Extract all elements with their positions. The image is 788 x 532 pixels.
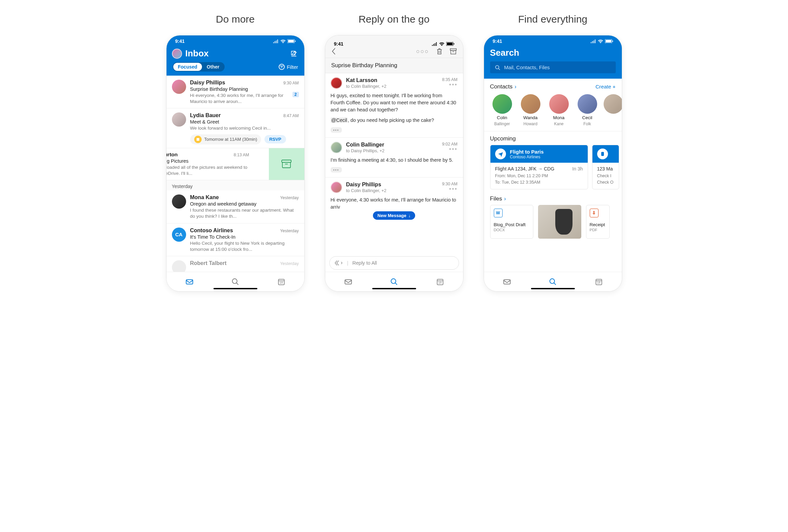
flight-route: Flight AA 1234, JFK → CDG [495,166,555,171]
phone-frame-1: 9:41 Inbox Focused Other [166,35,305,292]
calendar-tab-icon[interactable]: 18 [594,278,603,286]
message-row-swiped[interactable]: ste Burton 8:13 AM Bonding Pictures cil,… [166,148,304,180]
expand-quoted-icon[interactable]: ••• [331,167,342,172]
search-tab-icon[interactable] [231,278,240,286]
status-time: 9:41 [175,39,185,44]
search-title: Search [490,47,616,58]
image-file-card[interactable] [538,205,581,239]
battery-icon [288,39,296,43]
wifi-icon [280,40,286,43]
hotel-checkout: Check O [597,179,614,186]
contact-last: Kane [554,122,564,126]
flight-to: To: Tue, Dec 12 3:35AM [495,179,583,186]
file-ext: DOCX [494,228,530,232]
svg-line-27 [498,68,500,70]
contact-item[interactable]: Cecil Folk [575,94,599,126]
reply-bar[interactable]: | Reply to All [329,256,459,270]
contact-item[interactable]: Wanda Howard [518,94,543,126]
archive-icon[interactable] [450,48,457,55]
reply-all-icon[interactable] [334,260,343,266]
calendar-date: 18 [594,281,603,284]
expand-quoted-icon[interactable]: ••• [331,127,342,133]
card-title: 123 Ma [597,166,613,171]
contact-item[interactable]: Colin Ballinger [490,94,514,126]
search-placeholder: Mail, Contacts, Files [504,64,550,70]
thread-subject: Suprise Birthday Planning [325,58,463,73]
thread-message[interactable]: Kat Larsson to Colin Ballinger, +2 8:35 … [325,73,463,138]
upcoming-card-hotel[interactable]: 123 Ma Check I Check O [592,145,619,189]
calendar-tab-icon[interactable]: 18 [436,278,445,286]
message-preview: Hi everyone, 4:30 works for me, I'll arr… [190,93,299,105]
contacts-section-link[interactable]: Contacts › [490,83,516,90]
search-tab-icon[interactable] [549,278,557,286]
svg-rect-7 [186,280,193,284]
create-contact-button[interactable]: Create + [595,84,616,90]
account-avatar[interactable] [172,48,182,59]
svg-rect-1 [288,40,294,43]
thread-message[interactable]: Colin Ballinger to Daisy Phillips, +2 9:… [325,138,463,178]
filter-button[interactable]: Filter [279,64,298,70]
file-card[interactable]: W Blog_Post Draft DOCX [490,205,533,239]
upcoming-label: Upcoming [484,131,622,145]
trash-icon[interactable] [436,47,443,55]
message-list[interactable]: Daisy Phillips 9:30 AM Surprise Birthday… [166,76,304,272]
sender-avatar [172,195,186,209]
svg-point-26 [495,65,499,69]
message-more-icon[interactable]: ••• [442,81,458,88]
contact-item[interactable]: Mona Kane [547,94,571,126]
mail-tab-icon[interactable] [185,278,194,286]
more-icon[interactable]: ○○○ [416,48,429,55]
tab-other[interactable]: Other [202,63,224,71]
word-file-icon: W [494,209,503,218]
file-card[interactable]: ⇩ Receipt PDF [586,205,610,239]
mail-tab-icon[interactable] [503,278,511,286]
rsvp-button[interactable]: RSVP [264,135,286,143]
reply-placeholder: Reply to All [352,260,377,266]
signal-icon [432,42,437,46]
calendar-dot-icon [194,136,202,143]
back-icon[interactable] [331,47,336,55]
message-row[interactable]: Lydia Bauer 8:47 AM Meet & Greet We look… [166,108,304,148]
message-time: Yesterday [280,228,299,233]
panel-title-3: Find everything [518,14,587,25]
message-row[interactable]: Daisy Phillips 9:30 AM Surprise Birthday… [166,76,304,108]
to-line: to Colin Ballinger, +2 [346,188,438,193]
tab-bar: 18 [325,272,463,291]
sender-name: Colin Ballinger [346,142,438,148]
status-icons [273,39,296,43]
svg-rect-16 [451,50,456,54]
compose-icon[interactable] [290,50,298,57]
avatar-initials: CA [175,231,183,237]
upcoming-card-flight[interactable]: Flight to Paris Contoso Airlines Flight … [490,145,588,189]
message-more-icon[interactable]: ••• [442,186,458,193]
search-tab-icon[interactable] [390,278,398,286]
contact-last: Howard [524,122,537,126]
svg-rect-18 [345,280,352,284]
status-bar: 9:41 [325,38,463,47]
mention[interactable]: @Cecil [331,118,348,123]
chevron-right-icon: › [515,84,516,90]
contact-avatar [577,94,597,114]
sender-name: Mona Kane [190,195,219,201]
new-message-label: New Message [378,213,406,218]
archive-action[interactable] [269,148,304,180]
message-time: 8:47 AM [283,114,299,118]
message-row[interactable]: CA Contoso Airlines Yesterday It's Time … [166,223,304,256]
contact-item-partial[interactable] [604,94,614,126]
home-indicator [531,288,575,290]
home-indicator [372,288,416,290]
file-name: Blog_Post Draft [494,222,530,227]
calendar-tab-icon[interactable]: 18 [277,278,286,286]
message-row[interactable]: Robert Talbert Yesterday [166,256,304,272]
files-section-link[interactable]: Files › [490,196,506,202]
message-more-icon[interactable]: ••• [442,146,458,153]
sender-avatar [172,80,186,94]
sender-name: Contoso Airlines [190,227,233,233]
new-message-pill[interactable]: New Message ↓ [373,211,415,220]
search-input[interactable]: Mail, Contacts, Files [490,61,616,73]
contacts-strip[interactable]: Colin Ballinger Wanda Howard Mona Kane C… [484,93,622,131]
tab-focused[interactable]: Focused [173,63,202,71]
mail-tab-icon[interactable] [344,278,353,286]
thread-message[interactable]: Daisy Phillips to Colin Ballinger, +2 9:… [325,178,463,216]
message-row[interactable]: Mona Kane Yesterday Oregon and weekend g… [166,190,304,223]
